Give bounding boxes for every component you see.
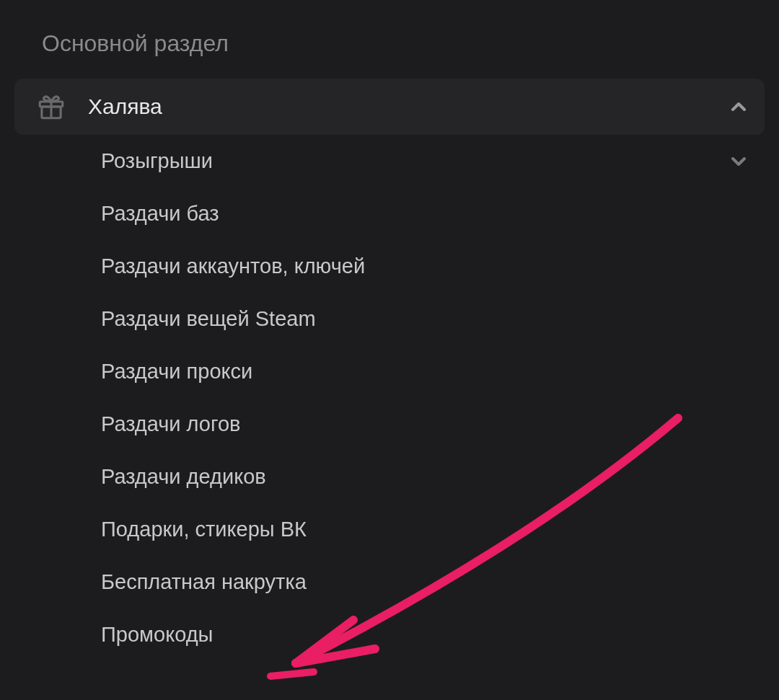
sub-item-label: Промокоды — [101, 623, 750, 647]
sub-item-label: Бесплатная накрутка — [101, 570, 750, 594]
sub-item-logs[interactable]: Раздачи логов — [0, 398, 779, 451]
sub-item-label: Раздачи баз — [101, 202, 750, 226]
sub-item-vk-gifts[interactable]: Подарки, стикеры ВК — [0, 503, 779, 556]
sub-item-label: Розыгрыши — [101, 149, 727, 173]
sub-item-dediks[interactable]: Раздачи дедиков — [0, 451, 779, 503]
sub-item-label: Раздачи аккаунтов, ключей — [101, 254, 750, 278]
sub-item-promocodes[interactable]: Промокоды — [0, 608, 779, 661]
chevron-down-icon — [727, 150, 750, 173]
sub-item-giveaways[interactable]: Розыгрыши — [0, 135, 779, 187]
sub-item-accounts[interactable]: Раздачи аккаунтов, ключей — [0, 240, 779, 293]
menu-item-freebies[interactable]: Халява — [14, 79, 765, 135]
chevron-up-icon — [727, 95, 750, 118]
gift-icon — [36, 92, 66, 122]
menu-item-label: Халява — [88, 94, 727, 119]
sub-item-label: Подарки, стикеры ВК — [101, 518, 750, 541]
sub-item-proxy[interactable]: Раздачи прокси — [0, 345, 779, 398]
sub-item-label: Раздачи вещей Steam — [101, 307, 750, 331]
sub-item-bases[interactable]: Раздачи баз — [0, 187, 779, 240]
section-title: Основной раздел — [0, 0, 779, 79]
sub-item-boosting[interactable]: Бесплатная накрутка — [0, 556, 779, 608]
sub-item-label: Раздачи логов — [101, 412, 750, 436]
sub-item-label: Раздачи прокси — [101, 360, 750, 384]
sub-item-steam[interactable]: Раздачи вещей Steam — [0, 293, 779, 345]
sub-item-label: Раздачи дедиков — [101, 465, 750, 489]
